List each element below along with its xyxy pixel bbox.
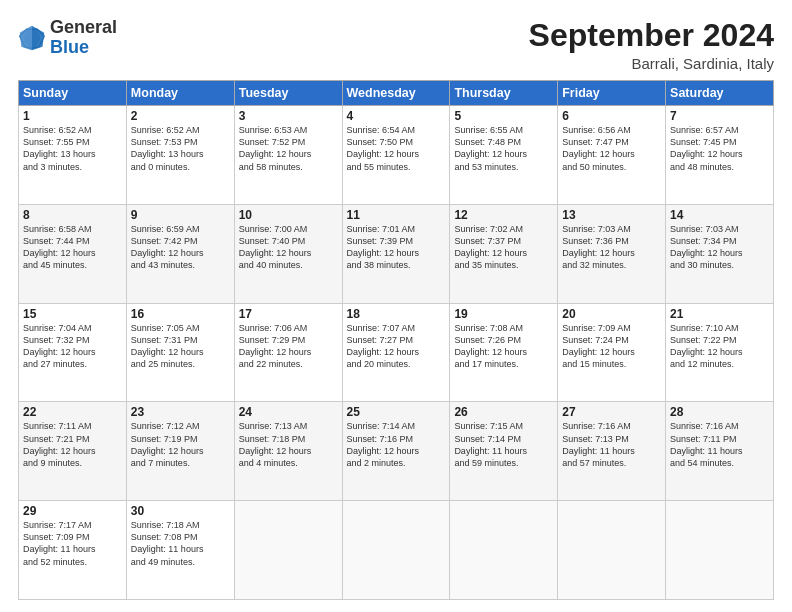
day-info: Sunrise: 6:52 AM Sunset: 7:55 PM Dayligh… <box>23 124 122 173</box>
day-info: Sunrise: 7:05 AM Sunset: 7:31 PM Dayligh… <box>131 322 230 371</box>
table-row: 30Sunrise: 7:18 AM Sunset: 7:08 PM Dayli… <box>126 501 234 600</box>
day-number: 20 <box>562 307 661 321</box>
table-row: 28Sunrise: 7:16 AM Sunset: 7:11 PM Dayli… <box>666 402 774 501</box>
day-number: 9 <box>131 208 230 222</box>
day-info: Sunrise: 7:08 AM Sunset: 7:26 PM Dayligh… <box>454 322 553 371</box>
calendar-week-row: 15Sunrise: 7:04 AM Sunset: 7:32 PM Dayli… <box>19 303 774 402</box>
table-row: 24Sunrise: 7:13 AM Sunset: 7:18 PM Dayli… <box>234 402 342 501</box>
table-row: 23Sunrise: 7:12 AM Sunset: 7:19 PM Dayli… <box>126 402 234 501</box>
day-number: 11 <box>347 208 446 222</box>
table-row: 12Sunrise: 7:02 AM Sunset: 7:37 PM Dayli… <box>450 204 558 303</box>
col-thursday: Thursday <box>450 81 558 106</box>
day-number: 8 <box>23 208 122 222</box>
logo-text: General Blue <box>50 18 117 58</box>
day-info: Sunrise: 6:55 AM Sunset: 7:48 PM Dayligh… <box>454 124 553 173</box>
header: General Blue September 2024 Barrali, Sar… <box>18 18 774 72</box>
col-monday: Monday <box>126 81 234 106</box>
day-info: Sunrise: 6:56 AM Sunset: 7:47 PM Dayligh… <box>562 124 661 173</box>
day-number: 3 <box>239 109 338 123</box>
day-number: 1 <box>23 109 122 123</box>
day-info: Sunrise: 6:59 AM Sunset: 7:42 PM Dayligh… <box>131 223 230 272</box>
location-subtitle: Barrali, Sardinia, Italy <box>529 55 774 72</box>
day-number: 27 <box>562 405 661 419</box>
day-number: 5 <box>454 109 553 123</box>
day-number: 29 <box>23 504 122 518</box>
logo-icon <box>18 24 46 52</box>
day-info: Sunrise: 7:01 AM Sunset: 7:39 PM Dayligh… <box>347 223 446 272</box>
table-row: 14Sunrise: 7:03 AM Sunset: 7:34 PM Dayli… <box>666 204 774 303</box>
calendar-week-row: 22Sunrise: 7:11 AM Sunset: 7:21 PM Dayli… <box>19 402 774 501</box>
day-info: Sunrise: 7:18 AM Sunset: 7:08 PM Dayligh… <box>131 519 230 568</box>
day-info: Sunrise: 7:16 AM Sunset: 7:11 PM Dayligh… <box>670 420 769 469</box>
day-info: Sunrise: 6:58 AM Sunset: 7:44 PM Dayligh… <box>23 223 122 272</box>
calendar-week-row: 1Sunrise: 6:52 AM Sunset: 7:55 PM Daylig… <box>19 106 774 205</box>
table-row: 17Sunrise: 7:06 AM Sunset: 7:29 PM Dayli… <box>234 303 342 402</box>
title-block: September 2024 Barrali, Sardinia, Italy <box>529 18 774 72</box>
day-number: 17 <box>239 307 338 321</box>
logo-blue-text: Blue <box>50 37 89 57</box>
day-number: 22 <box>23 405 122 419</box>
day-number: 18 <box>347 307 446 321</box>
day-number: 23 <box>131 405 230 419</box>
calendar-week-row: 29Sunrise: 7:17 AM Sunset: 7:09 PM Dayli… <box>19 501 774 600</box>
day-info: Sunrise: 7:07 AM Sunset: 7:27 PM Dayligh… <box>347 322 446 371</box>
day-number: 26 <box>454 405 553 419</box>
table-row <box>450 501 558 600</box>
day-info: Sunrise: 7:17 AM Sunset: 7:09 PM Dayligh… <box>23 519 122 568</box>
day-number: 28 <box>670 405 769 419</box>
day-info: Sunrise: 7:10 AM Sunset: 7:22 PM Dayligh… <box>670 322 769 371</box>
day-number: 13 <box>562 208 661 222</box>
day-info: Sunrise: 7:13 AM Sunset: 7:18 PM Dayligh… <box>239 420 338 469</box>
logo-general-text: General <box>50 17 117 37</box>
day-number: 10 <box>239 208 338 222</box>
day-info: Sunrise: 6:52 AM Sunset: 7:53 PM Dayligh… <box>131 124 230 173</box>
table-row <box>666 501 774 600</box>
day-info: Sunrise: 7:12 AM Sunset: 7:19 PM Dayligh… <box>131 420 230 469</box>
table-row: 29Sunrise: 7:17 AM Sunset: 7:09 PM Dayli… <box>19 501 127 600</box>
day-number: 19 <box>454 307 553 321</box>
table-row: 11Sunrise: 7:01 AM Sunset: 7:39 PM Dayli… <box>342 204 450 303</box>
day-number: 30 <box>131 504 230 518</box>
table-row: 18Sunrise: 7:07 AM Sunset: 7:27 PM Dayli… <box>342 303 450 402</box>
table-row: 10Sunrise: 7:00 AM Sunset: 7:40 PM Dayli… <box>234 204 342 303</box>
table-row <box>558 501 666 600</box>
calendar-table: Sunday Monday Tuesday Wednesday Thursday… <box>18 80 774 600</box>
col-saturday: Saturday <box>666 81 774 106</box>
day-number: 16 <box>131 307 230 321</box>
day-info: Sunrise: 7:11 AM Sunset: 7:21 PM Dayligh… <box>23 420 122 469</box>
table-row: 2Sunrise: 6:52 AM Sunset: 7:53 PM Daylig… <box>126 106 234 205</box>
table-row: 6Sunrise: 6:56 AM Sunset: 7:47 PM Daylig… <box>558 106 666 205</box>
day-number: 12 <box>454 208 553 222</box>
table-row: 22Sunrise: 7:11 AM Sunset: 7:21 PM Dayli… <box>19 402 127 501</box>
day-number: 25 <box>347 405 446 419</box>
table-row: 4Sunrise: 6:54 AM Sunset: 7:50 PM Daylig… <box>342 106 450 205</box>
table-row: 9Sunrise: 6:59 AM Sunset: 7:42 PM Daylig… <box>126 204 234 303</box>
day-number: 14 <box>670 208 769 222</box>
day-info: Sunrise: 7:15 AM Sunset: 7:14 PM Dayligh… <box>454 420 553 469</box>
table-row: 15Sunrise: 7:04 AM Sunset: 7:32 PM Dayli… <box>19 303 127 402</box>
table-row: 25Sunrise: 7:14 AM Sunset: 7:16 PM Dayli… <box>342 402 450 501</box>
day-info: Sunrise: 7:16 AM Sunset: 7:13 PM Dayligh… <box>562 420 661 469</box>
table-row: 27Sunrise: 7:16 AM Sunset: 7:13 PM Dayli… <box>558 402 666 501</box>
day-info: Sunrise: 7:02 AM Sunset: 7:37 PM Dayligh… <box>454 223 553 272</box>
table-row: 13Sunrise: 7:03 AM Sunset: 7:36 PM Dayli… <box>558 204 666 303</box>
day-info: Sunrise: 6:57 AM Sunset: 7:45 PM Dayligh… <box>670 124 769 173</box>
table-row <box>234 501 342 600</box>
day-number: 6 <box>562 109 661 123</box>
col-wednesday: Wednesday <box>342 81 450 106</box>
logo: General Blue <box>18 18 117 58</box>
day-info: Sunrise: 7:03 AM Sunset: 7:34 PM Dayligh… <box>670 223 769 272</box>
day-info: Sunrise: 7:04 AM Sunset: 7:32 PM Dayligh… <box>23 322 122 371</box>
day-info: Sunrise: 6:54 AM Sunset: 7:50 PM Dayligh… <box>347 124 446 173</box>
calendar-header-row: Sunday Monday Tuesday Wednesday Thursday… <box>19 81 774 106</box>
page: General Blue September 2024 Barrali, Sar… <box>0 0 792 612</box>
col-friday: Friday <box>558 81 666 106</box>
table-row: 3Sunrise: 6:53 AM Sunset: 7:52 PM Daylig… <box>234 106 342 205</box>
table-row: 8Sunrise: 6:58 AM Sunset: 7:44 PM Daylig… <box>19 204 127 303</box>
day-number: 7 <box>670 109 769 123</box>
table-row <box>342 501 450 600</box>
day-info: Sunrise: 7:09 AM Sunset: 7:24 PM Dayligh… <box>562 322 661 371</box>
calendar-week-row: 8Sunrise: 6:58 AM Sunset: 7:44 PM Daylig… <box>19 204 774 303</box>
day-number: 2 <box>131 109 230 123</box>
day-info: Sunrise: 7:00 AM Sunset: 7:40 PM Dayligh… <box>239 223 338 272</box>
